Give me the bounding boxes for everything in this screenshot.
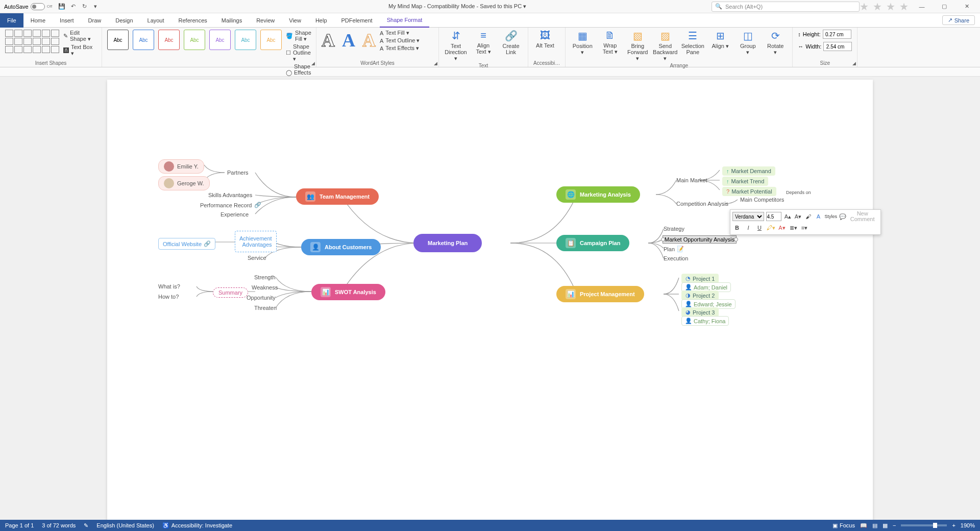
node-project-management[interactable]: 📊 Project Management: [556, 286, 644, 302]
tab-draw[interactable]: Draw: [81, 13, 109, 28]
bold-button[interactable]: B: [732, 223, 742, 232]
undo-icon[interactable]: ↶: [68, 2, 78, 11]
shape-style-gallery[interactable]: Abc Abc Abc Abc Abc Abc Abc: [107, 30, 282, 50]
page-info[interactable]: Page 1 of 1: [5, 522, 34, 528]
style-swatch[interactable]: Abc: [107, 30, 129, 50]
central-node[interactable]: Marketing Plan: [413, 234, 482, 252]
node-market-opportunity-selected[interactable]: Market Opportunity Analysis: [663, 235, 737, 244]
tab-shape-format[interactable]: Shape Format: [380, 13, 430, 28]
node-what-is[interactable]: What is?: [158, 283, 180, 289]
node-campaign-plan[interactable]: 📋 Campaign Plan: [556, 235, 629, 251]
selection-pane-button[interactable]: ☰Selection Pane: [681, 30, 704, 55]
node-emilie[interactable]: Emilie Y.: [158, 159, 204, 174]
tab-help[interactable]: Help: [308, 13, 334, 28]
node-official-website[interactable]: Official Website🔗: [158, 238, 215, 250]
node-main-market[interactable]: Main Market: [676, 177, 707, 183]
node-skills[interactable]: Skills Advantages: [208, 192, 252, 198]
style-swatch[interactable]: Abc: [209, 30, 231, 50]
send-backward-button[interactable]: ▨Send Backward ▾: [653, 30, 677, 62]
node-strategy[interactable]: Strategy: [664, 226, 684, 232]
shapes-gallery[interactable]: [5, 30, 59, 53]
align-button[interactable]: ⊞Align ▾: [708, 30, 732, 50]
node-achievement-advantages[interactable]: Achievement Advantages: [235, 231, 277, 252]
shape-fill-button[interactable]: 🪣Shape Fill ▾: [286, 30, 311, 42]
node-market-potential[interactable]: ?Market Potential: [722, 187, 776, 196]
tab-mailings[interactable]: Mailings: [214, 13, 249, 28]
assignees-project3[interactable]: 👤Cathy; Fiona: [681, 316, 729, 326]
minimize-button[interactable]: —: [913, 1, 931, 13]
node-strength[interactable]: Strength: [254, 274, 276, 280]
tab-home[interactable]: Home: [23, 13, 53, 28]
highlight-button[interactable]: 🖍▾: [766, 223, 775, 232]
dialog-launcher-icon[interactable]: ◢: [434, 61, 437, 66]
document-area[interactable]: Marketing Plan 👥 Team Management Partner…: [0, 77, 980, 520]
node-market-demand[interactable]: ↑Market Demand: [722, 166, 775, 176]
node-team-management[interactable]: 👥 Team Management: [296, 188, 379, 205]
node-market-trend[interactable]: ↑Market Trend: [722, 177, 768, 186]
dialog-launcher-icon[interactable]: ◢: [311, 61, 315, 66]
save-icon[interactable]: 💾: [57, 2, 66, 11]
search-input[interactable]: 🔍 Search (Alt+Q): [712, 2, 860, 12]
node-competition[interactable]: Competition Analysis: [676, 201, 728, 207]
accessibility-status[interactable]: ♿Accessibility: Investigate: [162, 522, 232, 529]
format-painter-icon[interactable]: 🖌: [804, 212, 813, 221]
node-partners[interactable]: Partners: [227, 170, 249, 176]
zoom-level[interactable]: 190%: [961, 522, 975, 528]
node-performance[interactable]: Performance Record🔗: [200, 202, 261, 208]
tab-file[interactable]: File: [0, 13, 23, 28]
edit-shape-button[interactable]: ✎Edit Shape ▾: [63, 30, 96, 42]
create-link-button[interactable]: 🔗Create Link: [499, 30, 523, 55]
tab-design[interactable]: Design: [108, 13, 140, 28]
node-george[interactable]: Geroge W.: [158, 176, 210, 190]
zoom-out-button[interactable]: −: [893, 522, 896, 528]
font-select[interactable]: Verdana: [732, 212, 764, 221]
tab-view[interactable]: View: [282, 13, 308, 28]
text-outline-button[interactable]: AText Outline ▾: [380, 37, 420, 44]
wordart-gallery[interactable]: A A A: [322, 30, 376, 51]
bring-forward-button[interactable]: ▧Bring Forward ▾: [626, 30, 649, 62]
node-opportunity[interactable]: Opportunity: [247, 295, 276, 301]
align-text-button[interactable]: ≡Align Text ▾: [472, 30, 495, 55]
width-input[interactable]: [823, 42, 852, 51]
qat-customize-icon[interactable]: ▾: [91, 2, 100, 11]
redo-icon[interactable]: ↻: [80, 2, 89, 11]
share-button[interactable]: ↗ Share: [942, 15, 975, 25]
node-summary[interactable]: Summary: [213, 287, 248, 298]
style-swatch[interactable]: Abc: [184, 30, 205, 50]
group-button[interactable]: ◫Group ▾: [736, 30, 760, 56]
word-count[interactable]: 3 of 72 words: [42, 522, 76, 528]
rotate-button[interactable]: ⟳Rotate ▾: [764, 30, 787, 56]
wordart-swatch[interactable]: A: [322, 30, 335, 51]
node-service[interactable]: Service: [248, 255, 266, 261]
zoom-slider[interactable]: [901, 524, 947, 526]
read-mode-icon[interactable]: 📖: [860, 522, 867, 529]
styles-button[interactable]: Styles: [825, 212, 838, 221]
node-swot[interactable]: 📊 SWOT Analysis: [311, 284, 385, 300]
shape-outline-button[interactable]: ☐Shape Outline ▾: [286, 43, 311, 62]
dialog-launcher-icon[interactable]: ◢: [852, 61, 856, 66]
node-plan[interactable]: Plan📝: [664, 246, 684, 252]
wordart-swatch[interactable]: A: [362, 30, 376, 51]
zoom-in-button[interactable]: +: [952, 522, 955, 528]
style-swatch[interactable]: Abc: [158, 30, 180, 50]
node-competitors[interactable]: Main Competitors: [740, 197, 784, 203]
tab-layout[interactable]: Layout: [140, 13, 172, 28]
italic-button[interactable]: I: [744, 223, 753, 232]
autosave-toggle[interactable]: AutoSave Off: [4, 3, 52, 10]
styles-dropdown[interactable]: A: [815, 212, 823, 221]
node-threaten[interactable]: Threaten: [254, 305, 277, 311]
language[interactable]: English (United States): [96, 522, 154, 528]
height-input[interactable]: [823, 30, 851, 39]
alt-text-button[interactable]: 🖼Alt Text: [533, 30, 557, 49]
wordart-swatch[interactable]: A: [342, 30, 355, 51]
spellcheck-icon[interactable]: ✎: [84, 522, 88, 529]
bullets-button[interactable]: ≣▾: [789, 223, 798, 232]
numbering-button[interactable]: ≡▾: [800, 223, 809, 232]
style-swatch[interactable]: Abc: [260, 30, 282, 50]
node-marketing-analysis[interactable]: 🌐 Marketing Analysis: [556, 186, 640, 203]
style-swatch[interactable]: Abc: [235, 30, 256, 50]
text-box-button[interactable]: 🅰Text Box ▾: [63, 44, 96, 57]
node-experience[interactable]: Experience: [220, 211, 249, 218]
text-direction-button[interactable]: ⇵Text Direction ▾: [444, 30, 468, 62]
print-layout-icon[interactable]: ▤: [872, 522, 877, 529]
